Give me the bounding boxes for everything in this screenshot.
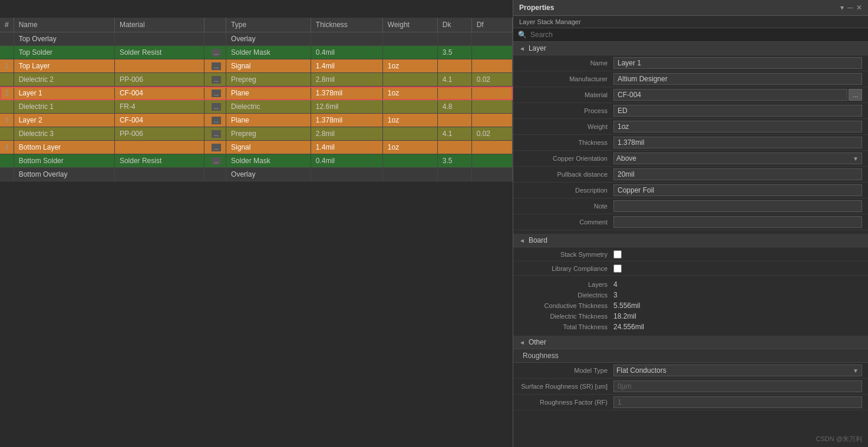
prop-row-stack-symmetry: Stack Symmetry: [513, 247, 868, 261]
ellipsis-button[interactable]: ...: [212, 103, 221, 111]
prop-row-library-compliance: Library Compliance: [513, 261, 868, 276]
cell-ellipsis: ...: [204, 141, 226, 154]
cell-weight: [382, 46, 437, 59]
cell-type: Prepreg: [226, 73, 311, 87]
table-row[interactable]: Bottom Overlay Overlay: [0, 168, 513, 181]
board-section-header[interactable]: ◄ Board: [513, 234, 868, 247]
cell-thickness: 1.4mil: [311, 141, 382, 154]
prop-row-surface-roughness: Surface Roughness (SR) [um]: [513, 379, 868, 395]
table-row[interactable]: Top Solder Solder Resist ... Solder Mask…: [0, 46, 513, 59]
cell-ellipsis: ...: [204, 73, 226, 87]
ellipsis-button[interactable]: ...: [212, 76, 221, 84]
cell-type: Plane: [226, 114, 311, 127]
manufacturer-input[interactable]: [613, 73, 862, 85]
stack-symmetry-checkbox[interactable]: [613, 250, 622, 259]
table-row[interactable]: Dielectric 2 PP-006 ... Prepreg 2.8mil 4…: [0, 73, 513, 87]
cell-material: Solder Resist: [114, 154, 204, 168]
prop-value-model-type: Flat Conductors Huray Groisse ▼: [613, 365, 862, 376]
cell-num: 1: [0, 59, 14, 73]
table-row[interactable]: Top Overlay Overlay: [0, 32, 513, 46]
cell-weight: 1oz: [382, 114, 437, 127]
cell-ellipsis: ...: [204, 46, 226, 59]
pin-icon[interactable]: ▾: [840, 4, 844, 12]
cell-type: Dielectric: [226, 100, 311, 114]
cell-df: [471, 114, 512, 127]
weight-input[interactable]: [613, 121, 862, 133]
prop-value-roughness-factor: [613, 396, 862, 408]
model-type-select[interactable]: Flat Conductors Huray Groisse: [613, 365, 862, 376]
other-section-header[interactable]: ◄ Other: [513, 336, 868, 349]
ellipsis-button[interactable]: ...: [212, 130, 221, 138]
ellipsis-button[interactable]: ...: [212, 49, 221, 57]
table-row[interactable]: Dielectric 1 FR-4 ... Dielectric 12.6mil…: [0, 100, 513, 114]
cell-weight: 1oz: [382, 59, 437, 73]
cell-name: Top Overlay: [14, 32, 114, 46]
cell-dk: 4.8: [437, 100, 471, 114]
ellipsis-button[interactable]: ...: [212, 157, 221, 165]
prop-row-manufacturer: Manufacturer: [513, 71, 868, 87]
cell-weight: [382, 154, 437, 168]
cell-material: PP-006: [114, 73, 204, 87]
cell-ellipsis: ...: [204, 100, 226, 114]
prop-value-comment: [613, 216, 862, 228]
table-row[interactable]: 3 Layer 2 CF-004 ... Plane 1.378mil 1oz: [0, 114, 513, 127]
cell-dk: 3.5: [437, 46, 471, 59]
table-row[interactable]: Dielectric 3 PP-006 ... Prepreg 2.8mil 4…: [0, 127, 513, 141]
close-icon[interactable]: ✕: [856, 4, 862, 12]
cell-num: [0, 73, 14, 87]
prop-row-process: Process: [513, 103, 868, 119]
copper-orientation-select[interactable]: Above Below Both None: [613, 153, 862, 164]
table-row[interactable]: 4 Bottom Layer ... Signal 1.4mil 1oz: [0, 141, 513, 154]
cell-material: [114, 59, 204, 73]
prop-label-comment: Comment: [519, 218, 613, 226]
pullback-distance-input[interactable]: [613, 168, 862, 180]
description-input[interactable]: [613, 184, 862, 196]
minimize-icon[interactable]: ─: [847, 4, 853, 12]
col-name: Name: [14, 18, 114, 32]
cell-type: Signal: [226, 141, 311, 154]
col-dk: Dk: [437, 18, 471, 32]
cell-thickness: [311, 32, 382, 46]
table-row[interactable]: Bottom Solder Solder Resist ... Solder M…: [0, 154, 513, 168]
left-panel: # Name Material Type Thickness Weight Dk…: [0, 0, 513, 447]
library-compliance-checkbox[interactable]: [613, 264, 622, 273]
search-input[interactable]: [530, 31, 863, 39]
surface-roughness-input[interactable]: [613, 380, 862, 392]
prop-label-pullback-distance: Pullback distance: [519, 171, 613, 178]
prop-label-stack-symmetry: Stack Symmetry: [519, 251, 613, 258]
name-input[interactable]: [613, 57, 862, 69]
process-input[interactable]: [613, 105, 862, 117]
layer-section-header[interactable]: ◄ Layer: [513, 42, 868, 55]
table-body: Top Overlay Overlay Top Solder Solder Re…: [0, 32, 513, 181]
cell-num: [0, 46, 14, 59]
material-input[interactable]: [613, 89, 847, 101]
prop-row-roughness-factor: Roughness Factor (RF): [513, 395, 868, 410]
ellipsis-button[interactable]: ...: [212, 117, 221, 124]
stat-row-total-thickness: Total Thickness 24.556mil: [519, 322, 862, 332]
table-row[interactable]: 2 Layer 1 CF-004 ... Plane 1.378mil 1oz: [0, 87, 513, 100]
prop-value-stack-symmetry: [613, 250, 862, 259]
ellipsis-button[interactable]: ...: [212, 90, 221, 97]
prop-label-thickness: Thickness: [519, 139, 613, 146]
material-browse-button[interactable]: ...: [849, 89, 862, 101]
col-num: #: [0, 18, 14, 32]
stat-label-layers: Layers: [519, 281, 613, 288]
note-input[interactable]: [613, 200, 862, 212]
ellipsis-button[interactable]: ...: [212, 62, 221, 70]
roughness-factor-input[interactable]: [613, 396, 862, 408]
prop-label-manufacturer: Manufacturer: [519, 75, 613, 82]
board-stats: Layers 4 Dielectrics 3 Conductive Thickn…: [513, 276, 868, 336]
prop-label-material: Material: [519, 91, 613, 98]
table-row[interactable]: 1 Top Layer ... Signal 1.4mil 1oz: [0, 59, 513, 73]
cell-num: 3: [0, 114, 14, 127]
prop-row-note: Note: [513, 198, 868, 214]
cell-type: Overlay: [226, 32, 311, 46]
prop-label-note: Note: [519, 203, 613, 210]
board-section-title: Board: [529, 236, 547, 244]
thickness-input[interactable]: [613, 137, 862, 148]
cell-thickness: 1.378mil: [311, 114, 382, 127]
ellipsis-button[interactable]: ...: [212, 144, 221, 151]
prop-label-copper-orientation: Copper Orientation: [519, 155, 613, 162]
comment-input[interactable]: [613, 216, 862, 228]
table-header-row: # Name Material Type Thickness Weight Dk…: [0, 18, 513, 32]
